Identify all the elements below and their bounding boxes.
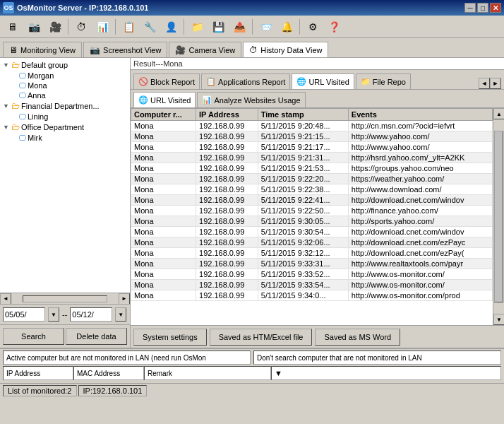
toolbar-btn-14[interactable]: ⚙ [303,18,323,36]
sidebar-item-anna[interactable]: 🖵 Anna [1,90,128,100]
table-row[interactable]: Mona192.168.0.995/11/2015 9:33:54...http… [131,280,493,290]
statusbar-row1: Active computer but are not monitored in… [3,351,501,365]
cell-event: http://download.cnet.com/ezPayc [348,237,492,248]
sidebar-item-mirk[interactable]: 🖵 Mirk [1,133,128,143]
table-row[interactable]: Mona192.168.0.995/11/2015 9:22:20...http… [131,174,493,184]
table-row[interactable]: Mona192.168.0.995/11/2015 9:30:05...http… [131,216,493,227]
vertical-scrollbar[interactable]: ▲ ▼ [493,108,504,325]
table-row[interactable]: Mona192.168.0.995/11/2015 9:33:52...http… [131,269,493,280]
table-row[interactable]: Mona192.168.0.995/11/2015 9:34:0...http:… [131,290,493,301]
sidebar-item-lining[interactable]: 🖵 Lining [1,112,128,122]
scroll-right-btn[interactable]: ► [119,293,130,305]
cell-ip: 192.168.0.99 [196,163,258,174]
cell-ip: 192.168.0.99 [196,259,258,269]
scroll-thumb[interactable] [494,131,503,302]
table-row[interactable]: Mona192.168.0.995/11/2015 9:21:17...http… [131,142,493,153]
sidebar-item-mona[interactable]: 🖵 Mona [1,81,128,90]
save-htm-button[interactable]: Saved as HTM/Excel file [210,329,313,346]
tab-url-visited[interactable]: 🌐 URL Visited [292,73,354,89]
close-button[interactable]: ✕ [490,3,501,13]
cell-computer: Mona [131,153,196,163]
toolbar-btn-1[interactable]: 🖥 [3,18,23,36]
sidebar-label-mirk: Mirk [28,134,42,142]
table-row[interactable]: Mona192.168.0.995/11/2015 9:30:54...http… [131,227,493,237]
toolbar-btn-12[interactable]: 📨 [256,18,275,36]
toolbar-btn-9[interactable]: 📁 [187,18,207,36]
cell-computer: Mona [131,216,196,227]
search-button[interactable]: Search [3,328,64,345]
toolbar-btn-10[interactable]: 💾 [208,18,228,36]
table-row[interactable]: Mona192.168.0.995/11/2015 9:21:31...http… [131,153,493,163]
toolbar-btn-8[interactable]: 👤 [161,18,181,36]
toolbar-btn-4[interactable]: ⏱ [71,18,91,36]
date-range: ▼ -- ▼ [0,304,130,324]
date-to-input[interactable] [70,307,112,322]
toolbar-btn-7[interactable]: 🔧 [140,18,160,36]
cell-time: 5/11/2015 9:33:54... [258,280,348,290]
tab-applications-report[interactable]: 📋 Applications Report [201,73,290,89]
toolbar-btn-2[interactable]: 📷 [24,18,44,36]
toolbar-sep-2 [115,19,116,35]
cell-computer: Mona [131,206,196,216]
tab-monitoring[interactable]: 🖥 Monitoring View [3,42,82,57]
scroll-down-btn[interactable]: ▼ [493,314,504,325]
expand-financial-icon: ▼ [3,102,10,110]
col-events: Events [348,109,492,121]
toolbar-btn-5[interactable]: 📊 [92,18,112,36]
data-table: Computer r... IP Address Time stamp Even… [131,108,493,301]
minimize-button[interactable]: ─ [464,3,476,13]
table-row[interactable]: Mona192.168.0.995/11/2015 9:32:12...http… [131,248,493,259]
cell-computer: Mona [131,121,196,131]
table-row[interactable]: Mona192.168.0.995/11/2015 9:21:53...http… [131,163,493,174]
table-row[interactable]: Mona192.168.0.995/11/2015 9:22:50...http… [131,206,493,216]
table-row[interactable]: Mona192.168.0.995/11/2015 9:33:31...http… [131,259,493,269]
toolbar-btn-3[interactable]: 🎥 [45,18,65,36]
sidebar-item-office-group[interactable]: ▼ 🗁 Office Department [1,122,128,133]
tab-block-report[interactable]: 🚫 Block Report [133,73,200,89]
cell-event: http://www.realtaxtools.com/payr [348,259,492,269]
cell-time: 5/11/2015 9:22:38... [258,184,348,195]
toolbar-btn-6[interactable]: 📋 [119,18,138,36]
tab-file-repo[interactable]: 📁 File Repo [356,73,411,89]
cell-time: 5/11/2015 9:20:48... [258,121,348,131]
toolbar-btn-15[interactable]: ❓ [324,18,344,36]
date-from-dropdown[interactable]: ▼ [48,307,59,322]
table-row[interactable]: Mona192.168.0.995/11/2015 9:32:06...http… [131,237,493,248]
date-to-dropdown[interactable]: ▼ [115,307,126,322]
table-row[interactable]: Mona192.168.0.995/11/2015 9:22:38...http… [131,184,493,195]
tab-analyze[interactable]: 📊 Analyze Websites Usage [197,92,305,107]
sidebar-scrollbar[interactable]: ◄ ► [0,293,130,304]
sidebar-item-default-group[interactable]: ▼ 🗁 Default group [1,59,128,71]
sidebar-item-financial-group[interactable]: ▼ 🗁 Financial Departmen... [1,100,128,112]
date-from-input[interactable] [3,307,45,322]
tab-url-visited-2[interactable]: 🌐 URL Visited [133,92,196,107]
scroll-left-btn[interactable]: ◄ [0,293,11,305]
maximize-button[interactable]: □ [477,3,488,13]
scroll-up-btn[interactable]: ▲ [493,108,504,119]
tab-camera[interactable]: 🎥 Camera View [169,42,241,57]
sidebar-item-morgan[interactable]: 🖵 Morgan [1,71,128,81]
save-word-button[interactable]: Saved as MS Word [315,329,400,346]
cell-time: 5/11/2015 9:21:53... [258,163,348,174]
toolbar-sep-5 [299,19,300,35]
cell-time: 5/11/2015 9:32:06... [258,237,348,248]
table-row[interactable]: Mona192.168.0.995/11/2015 9:21:15...http… [131,131,493,142]
cell-time: 5/11/2015 9:33:31... [258,259,348,269]
system-settings-button[interactable]: System settings [133,329,207,346]
table-row[interactable]: Mona192.168.0.995/11/2015 9:20:48...http… [131,121,493,131]
toolbar-btn-11[interactable]: 📤 [229,18,249,36]
nav-right-btn[interactable]: ► [490,78,501,89]
toolbar-btn-13[interactable]: 🔔 [277,18,296,36]
cell-computer: Mona [131,195,196,206]
file-icon: 📁 [361,77,371,86]
cell-computer: Mona [131,131,196,142]
delete-button[interactable]: Delete data [66,328,127,345]
cell-ip: 192.168.0.99 [196,153,258,163]
tab-screenshot[interactable]: 📷 Screenshot View [83,42,167,57]
nav-left-btn[interactable]: ◄ [479,78,490,89]
cell-computer: Mona [131,184,196,195]
status-dropdown-icon[interactable]: ▼ [275,369,282,377]
cell-event: http://download.cnet.com/windov [348,227,492,237]
table-row[interactable]: Mona192.168.0.995/11/2015 9:22:41...http… [131,195,493,206]
tab-history[interactable]: ⏱ History Data View [243,42,328,57]
